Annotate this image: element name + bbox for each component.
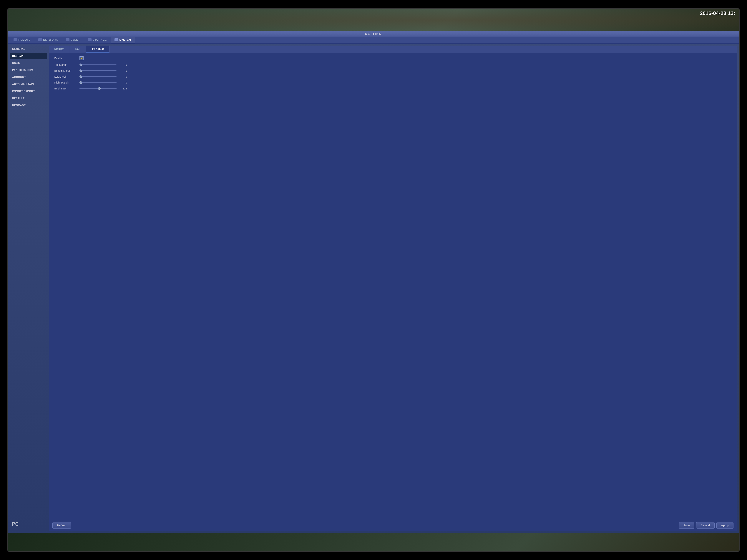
cancel-button[interactable]: Cancel [696,522,715,529]
enable-checkbox-container [79,56,83,60]
sidebar-item-account[interactable]: ACCOUNT [10,74,47,80]
system-icon [114,38,118,41]
top-margin-value: 0 [120,63,127,66]
sidebar: GENERAL DISPLAY RS232 PAN/TILT/ZOOM ACCO… [10,46,47,531]
remote-icon [14,38,17,41]
camera-feed-bottom [8,533,739,551]
sidebar-label-general: GENERAL [12,47,25,50]
brightness-slider-track [79,88,117,89]
main-ui: SETTING REMOTE NETWORK EVENT STORAGE [8,31,739,532]
tab-network[interactable]: NETWORK [35,37,61,43]
tab-storage-label: STORAGE [93,38,107,41]
event-icon [66,38,70,41]
page-title: SETTING [365,32,382,35]
bottom-margin-slider-track [79,70,117,71]
left-margin-slider-track [79,76,117,77]
sidebar-item-import-export[interactable]: IMPORT/EXPORT [10,88,47,95]
sub-tab-tour[interactable]: Tour [69,46,86,53]
bottom-margin-value: 0 [120,69,127,72]
content-area: GENERAL DISPLAY RS232 PAN/TILT/ZOOM ACCO… [8,44,739,532]
right-margin-row: Right Margin 0 [54,81,731,84]
tab-remote[interactable]: REMOTE [10,37,34,43]
title-bar: SETTING [8,31,739,37]
sidebar-item-auto-maintain[interactable]: AUTO MAINTAIN [10,81,47,87]
left-margin-slider-thumb[interactable] [79,75,82,78]
storage-icon [88,38,92,41]
sidebar-label-import-export: IMPORT/EXPORT [12,90,35,92]
left-margin-row: Left Margin 0 [54,75,731,78]
bottom-bar: Default Save Cancel Apply [49,520,737,531]
tab-system-label: SYSTEM [119,38,131,41]
sidebar-item-rs232[interactable]: RS232 [10,60,47,66]
sidebar-label-rs232: RS232 [12,61,20,64]
brightness-row: Brightness 128 [54,87,731,90]
sub-tab-tour-label: Tour [75,47,80,50]
right-margin-value: 0 [120,81,127,84]
enable-row: Enable [54,56,731,60]
right-margin-slider-track [79,82,117,83]
top-margin-slider-thumb[interactable] [79,63,82,66]
sidebar-item-upgrade[interactable]: UPGRADE [10,102,47,108]
default-button[interactable]: Default [52,522,71,529]
sidebar-label-auto-maintain: AUTO MAINTAIN [12,83,34,85]
enable-checkbox[interactable] [79,56,83,60]
sidebar-label-display: DISPLAY [12,54,24,57]
monitor-frame: 2016-04-28 13: SETTING REMOTE NETWORK EV… [7,8,740,552]
top-margin-label: Top Margin [54,63,77,66]
left-margin-label: Left Margin [54,75,77,78]
tab-network-label: NETWORK [43,38,58,41]
save-button[interactable]: Save [679,522,695,529]
sidebar-item-pan-tilt-zoom[interactable]: PAN/TILT/ZOOM [10,67,47,73]
sub-tab-tv-adjust[interactable]: TV Adjust [86,46,109,53]
tab-event[interactable]: EVENT [62,37,84,43]
bottom-margin-row: Bottom Margin 0 [54,69,731,72]
sidebar-label-default: DEFAULT [12,97,24,100]
sidebar-item-display[interactable]: DISPLAY [10,53,47,59]
brightness-slider-thumb[interactable] [98,87,101,90]
top-margin-slider-track [79,64,117,65]
tab-storage[interactable]: STORAGE [84,37,110,43]
right-margin-label: Right Margin [54,81,77,84]
settings-content: Enable Top Margin 0 [49,53,737,519]
tab-system[interactable]: SYSTEM [111,37,135,43]
sidebar-label-upgrade: UPGRADE [12,104,26,107]
apply-button[interactable]: Apply [716,522,733,529]
top-margin-row: Top Margin 0 [54,63,731,66]
action-buttons: Save Cancel Apply [679,522,733,529]
datetime-display: 2016-04-28 13: [700,10,735,16]
sidebar-label-account: ACCOUNT [12,76,26,79]
brightness-label: Brightness [54,87,77,90]
sub-tab-display-label: Display [54,47,63,50]
sub-tabs: Display Tour TV Adjust [49,46,737,53]
right-margin-slider-thumb[interactable] [79,81,82,84]
enable-label: Enable [54,57,77,60]
left-margin-value: 0 [120,75,127,78]
bottom-margin-slider-thumb[interactable] [79,70,82,72]
sidebar-label-pan-tilt-zoom: PAN/TILT/ZOOM [12,69,33,72]
tab-remote-label: REMOTE [18,38,31,41]
right-panel: Display Tour TV Adjust Enable [49,46,737,531]
sidebar-item-default[interactable]: DEFAULT [10,95,47,102]
camera-feed-top: 2016-04-28 13: [8,9,739,31]
network-icon [38,38,42,41]
tab-bar: REMOTE NETWORK EVENT STORAGE SYSTEM [8,37,739,44]
brightness-value: 128 [120,87,127,90]
pc-label: PC [12,521,19,527]
sidebar-item-general[interactable]: GENERAL [10,46,47,52]
sub-tab-tv-adjust-label: TV Adjust [92,47,104,50]
tab-event-label: EVENT [71,38,80,41]
bottom-margin-label: Bottom Margin [54,69,77,72]
sub-tab-display[interactable]: Display [49,46,69,53]
